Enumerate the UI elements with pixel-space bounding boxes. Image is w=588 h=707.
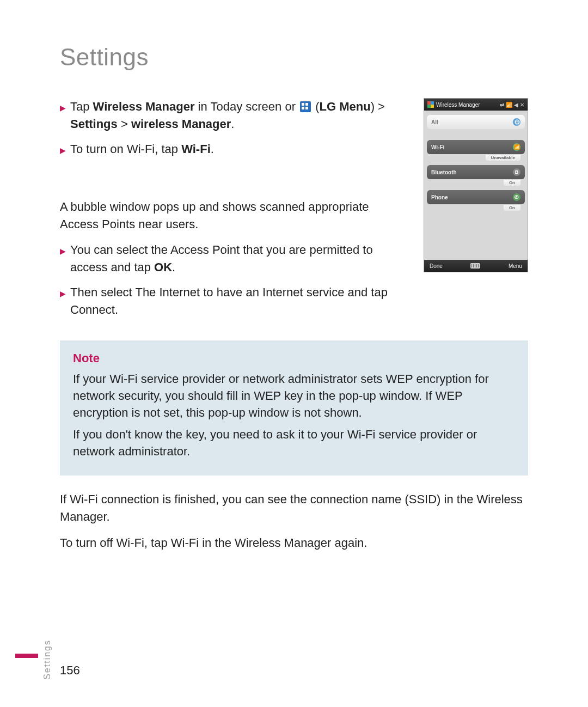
bullet-arrow-icon: ▶ (60, 288, 66, 299)
wm-row-label: Bluetooth (431, 169, 457, 175)
keyboard-icon[interactable] (470, 263, 480, 269)
phone-body: All⏻Wi-Fi📶UnavailableBluetoothBOnPhone✆O… (424, 111, 528, 260)
bullet-text: Tap Wireless Manager in Today screen or … (70, 98, 407, 133)
section-bar (15, 654, 38, 658)
bullet-arrow-icon: ▶ (60, 145, 66, 156)
phone-icon: ✆ (513, 193, 520, 201)
wm-row-label: Wi-Fi (431, 144, 444, 150)
text: ) > (371, 100, 385, 113)
phone-screenshot: Wireless Manager ⇄ 📶 ◀ ✕ All⏻Wi-Fi📶Unava… (424, 98, 528, 272)
bullet-text: You can select the Access Point that you… (70, 241, 407, 276)
text: To turn on Wi-Fi, tap (70, 142, 181, 156)
volume-icon: ◀ (514, 102, 518, 108)
body-paragraph: To turn off Wi-Fi, tap Wi-Fi in the Wire… (60, 534, 528, 552)
text: Then select The Internet to have an Inte… (70, 285, 388, 316)
windows-flag-icon (427, 101, 434, 108)
page-number: 156 (60, 663, 80, 678)
menu-icon (300, 101, 311, 112)
wm-row-all[interactable]: All⏻ (427, 115, 525, 129)
bullet-item: ▶To turn on Wi-Fi, tap Wi-Fi. (60, 141, 407, 158)
softkey-right[interactable]: Menu (509, 263, 522, 269)
text: Tap (70, 100, 93, 113)
text: in Today screen or (194, 100, 299, 113)
bullet-item: ▶Then select The Internet to have an Int… (60, 284, 407, 319)
text: You can select the Access Point that you… (70, 243, 373, 274)
wm-row-wi-fi[interactable]: Wi-Fi📶Unavailable (427, 140, 525, 154)
wm-row-phone[interactable]: Phone✆On (427, 190, 525, 204)
note-paragraph: If your Wi-Fi service provider or networ… (73, 371, 515, 421)
wm-row-status: Unavailable (486, 155, 520, 161)
power-icon: ⏻ (513, 118, 520, 126)
wm-row-bluetooth[interactable]: BluetoothBOn (427, 165, 525, 179)
bold-text: OK (154, 260, 172, 274)
wm-row-status: On (504, 180, 520, 186)
wm-row-status: On (504, 205, 520, 211)
page-title: Settings (60, 44, 528, 71)
note-box: Note If your Wi-Fi service provider or n… (60, 340, 528, 476)
top-content-row: ▶Tap Wireless Manager in Today screen or… (60, 98, 528, 326)
phone-titlebar: Wireless Manager ⇄ 📶 ◀ ✕ (424, 99, 528, 111)
note-paragraph: If you don't know the key, you need to a… (73, 426, 515, 460)
signal-icon: 📶 (506, 102, 512, 108)
text: . (211, 142, 214, 156)
text: ( (312, 100, 319, 113)
wm-row-label: All (431, 119, 438, 125)
phone-title: Wireless Manager (436, 102, 480, 108)
softkey-left[interactable]: Done (430, 263, 443, 269)
bullet-item: ▶You can select the Access Point that yo… (60, 241, 407, 276)
phone-softkey-bar: Done Menu (424, 260, 528, 272)
bold-text: LG Menu (320, 100, 371, 113)
text: . (172, 260, 175, 274)
bullet-arrow-icon: ▶ (60, 246, 66, 257)
body-paragraph: If Wi-Fi connection is finished, you can… (60, 491, 528, 526)
close-icon: ✕ (520, 102, 524, 108)
text: . (231, 117, 234, 131)
bullet-item: ▶Tap Wireless Manager in Today screen or… (60, 98, 407, 133)
bullet-text: To turn on Wi-Fi, tap Wi-Fi. (70, 141, 407, 158)
bold-text: Wireless Manager (93, 100, 195, 113)
wifi-icon: 📶 (513, 143, 520, 151)
sync-icon: ⇄ (500, 102, 504, 108)
bold-text: wireless Manager (131, 117, 231, 131)
bullet-arrow-icon: ▶ (60, 102, 66, 113)
bold-text: Wi-Fi (181, 142, 211, 156)
top-text-column: ▶Tap Wireless Manager in Today screen or… (60, 98, 407, 326)
section-tab: Settings (42, 639, 52, 680)
bold-text: Settings (70, 117, 118, 131)
wm-row-label: Phone (431, 194, 448, 200)
bt-icon: B (513, 168, 520, 176)
mid-paragraph: A bubble window pops up and shows scanne… (60, 198, 407, 233)
phone-status-icons: ⇄ 📶 ◀ ✕ (500, 102, 524, 108)
text: > (118, 117, 131, 131)
note-title: Note (73, 351, 515, 365)
bullet-text: Then select The Internet to have an Inte… (70, 284, 407, 319)
